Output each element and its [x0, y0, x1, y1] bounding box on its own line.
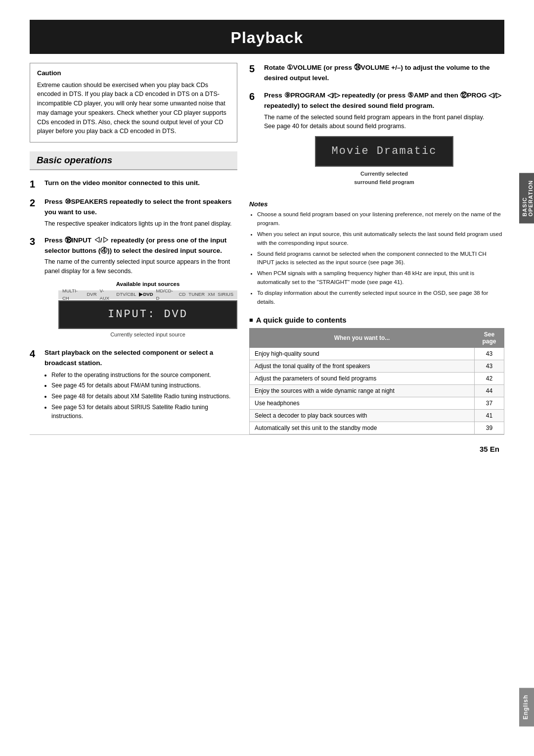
page-divider — [30, 434, 504, 435]
step-1: 1 Turn on the video monitor connected to… — [30, 178, 237, 190]
step-4-content: Start playback on the selected component… — [44, 348, 237, 423]
step-4-main: Start playback on the selected component… — [44, 348, 237, 369]
step-1-content: Turn on the video monitor connected to t… — [44, 178, 237, 190]
col-see-header: Seepage — [475, 328, 504, 347]
bar-item-4: ▶DVD — [139, 291, 153, 298]
input-source-label: Available input sources — [58, 280, 237, 289]
notes-title: Notes — [249, 200, 504, 208]
step-2-content: Press ⑩SPEAKERS repeatedly to select the… — [44, 197, 237, 229]
quick-guide-table: When you want to... Seepage Enjoy high-q… — [249, 328, 504, 434]
step-4-sub-0: Refer to the operating instructions for … — [51, 371, 237, 380]
step-4: 4 Start playback on the selected compone… — [30, 348, 237, 423]
right-column: 5 Rotate ①VOLUME (or press ㉔VOLUME +/–) … — [249, 63, 504, 434]
step-6-content: Press ⑨PROGRAM ◁/▷ repeatedly (or press … — [264, 91, 504, 194]
step-1-num: 1 — [30, 178, 41, 190]
table-row: Automatically set this unit to the stand… — [250, 422, 504, 434]
bar-item-3: DTV/CBL — [116, 291, 136, 298]
row-0-when: Enjoy high-quality sound — [250, 347, 475, 360]
step-4-sub-3: See page 53 for details about SIRIUS Sat… — [51, 403, 237, 421]
row-5-page: 41 — [475, 409, 504, 422]
input-source-caption: Currently selected input source — [58, 331, 237, 339]
step-6-detail: The name of the selected sound field pro… — [264, 113, 504, 132]
page-title-bar: Playback — [30, 20, 504, 54]
table-row: Select a decoder to play back sources wi… — [250, 409, 504, 422]
quick-guide-heading: A quick guide to contents — [249, 316, 504, 324]
row-6-when: Automatically set this unit to the stand… — [250, 422, 475, 434]
row-1-page: 43 — [475, 360, 504, 372]
step-4-num: 4 — [30, 348, 41, 423]
table-row: Adjust the parameters of sound field pro… — [250, 372, 504, 384]
bar-item-5: MD/CD-D — [156, 287, 176, 302]
caution-box: Caution Extreme caution should be exerci… — [30, 63, 237, 142]
step-2-num: 2 — [30, 197, 41, 229]
english-tab: English — [519, 688, 534, 726]
step-6: 6 Press ⑨PROGRAM ◁/▷ repeatedly (or pres… — [249, 91, 504, 194]
note-2: Sound field programs cannot be selected … — [257, 250, 504, 268]
note-1: When you select an input source, this un… — [257, 230, 504, 248]
step-6-main: Press ⑨PROGRAM ◁/▷ repeatedly (or press … — [264, 91, 504, 111]
row-2-page: 42 — [475, 372, 504, 384]
col-when-header: When you want to... — [250, 328, 475, 347]
main-content: Caution Extreme caution should be exerci… — [30, 54, 504, 434]
table-row: Adjust the tonal quality of the front sp… — [250, 360, 504, 372]
notes-box: Notes Choose a sound field program based… — [249, 200, 504, 306]
row-4-when: Use headphones — [250, 397, 475, 409]
step-3-detail: The name of the currently selected input… — [44, 257, 237, 276]
side-tab-label: BASICOPERATION — [522, 180, 534, 217]
english-tab-label: English — [522, 695, 529, 719]
bar-item-0: MULTI-CH — [62, 287, 84, 302]
left-column: Caution Extreme caution should be exerci… — [30, 63, 237, 434]
movie-display-wrap: Movie Dramatic Currently selected surrou… — [264, 136, 504, 187]
step-4-sub-1: See page 45 for details about FM/AM tuni… — [51, 381, 237, 390]
step-3-num: 3 — [30, 236, 41, 341]
bar-item-9: SIRIUS — [218, 291, 233, 298]
row-3-when: Enjoy the sources with a wide dynamic ra… — [250, 384, 475, 397]
step-6-num: 6 — [249, 91, 260, 194]
step-4-sub: Refer to the operating instructions for … — [44, 371, 237, 421]
step-3-content: Press ⑱INPUT ◁/▷ repeatedly (or press on… — [44, 236, 237, 341]
step-4-sub-2: See page 48 for details about XM Satelli… — [51, 392, 237, 401]
step-5: 5 Rotate ①VOLUME (or press ㉔VOLUME +/–) … — [249, 63, 504, 84]
step-5-num: 5 — [249, 63, 260, 84]
row-1-when: Adjust the tonal quality of the front sp… — [250, 360, 475, 372]
basic-operation-tab: BASICOPERATION — [519, 173, 534, 224]
note-0: Choose a sound field program based on yo… — [257, 210, 504, 228]
step-3: 3 Press ⑱INPUT ◁/▷ repeatedly (or press … — [30, 236, 237, 341]
note-4: To display information about the current… — [257, 289, 504, 307]
notes-list: Choose a sound field program based on yo… — [249, 210, 504, 306]
step-2: 2 Press ⑩SPEAKERS repeatedly to select t… — [30, 197, 237, 229]
input-display-wrap: Available input sources MULTI-CH DVR V-A… — [58, 280, 237, 339]
caution-text: Extreme caution should be exercised when… — [37, 81, 230, 137]
caution-title: Caution — [37, 68, 230, 78]
section-heading: Basic operations — [30, 151, 237, 170]
bar-item-7: TUNER — [188, 291, 205, 298]
bar-item-6: CD — [179, 291, 186, 298]
bar-item-8: XM — [208, 291, 215, 298]
step-2-detail: The respective speaker indicators lights… — [44, 219, 237, 229]
step-5-main: Rotate ①VOLUME (or press ㉔VOLUME +/–) to… — [264, 63, 504, 84]
step-2-main: Press ⑩SPEAKERS repeatedly to select the… — [44, 197, 237, 218]
movie-display-box: Movie Dramatic — [315, 136, 453, 167]
input-source-bar: MULTI-CH DVR V-AUX DTV/CBL ▶DVD MD/CD-D … — [58, 290, 237, 299]
row-6-page: 39 — [475, 422, 504, 434]
row-4-page: 37 — [475, 397, 504, 409]
step-3-main: Press ⑱INPUT ◁/▷ repeatedly (or press on… — [44, 236, 237, 256]
table-row: Enjoy high-quality sound 43 — [250, 347, 504, 360]
row-0-page: 43 — [475, 347, 504, 360]
table-row: Use headphones 37 — [250, 397, 504, 409]
bar-item-2: V-AUX — [100, 287, 114, 302]
row-2-when: Adjust the parameters of sound field pro… — [250, 372, 475, 384]
row-5-when: Select a decoder to play back sources wi… — [250, 409, 475, 422]
table-row: Enjoy the sources with a wide dynamic ra… — [250, 384, 504, 397]
movie-caption: Currently selected surround field progra… — [354, 170, 414, 187]
page-number: 35 En — [0, 440, 534, 458]
step-1-main: Turn on the video monitor connected to t… — [44, 178, 237, 189]
note-3: When PCM signals with a sampling frequen… — [257, 269, 504, 287]
step-5-content: Rotate ①VOLUME (or press ㉔VOLUME +/–) to… — [264, 63, 504, 84]
input-display-box: INPUT: DVD — [58, 300, 237, 329]
bar-item-1: DVR — [87, 291, 97, 298]
page-title: Playback — [30, 29, 504, 47]
row-3-page: 44 — [475, 384, 504, 397]
